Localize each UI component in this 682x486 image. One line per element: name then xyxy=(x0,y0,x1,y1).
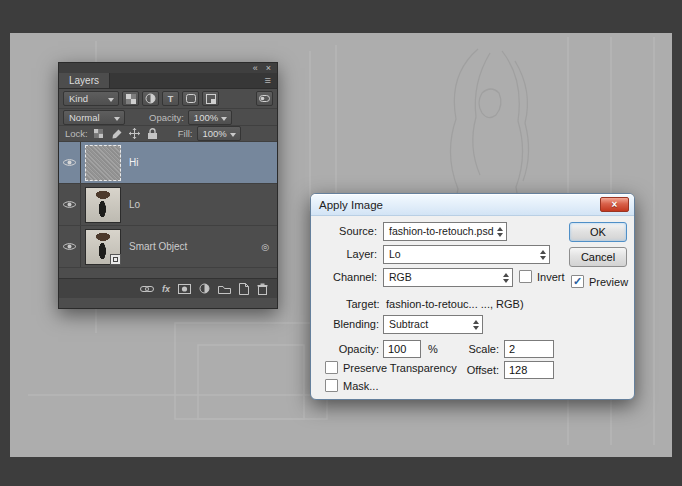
blend-mode-select[interactable]: Normal xyxy=(63,110,125,125)
folder-icon xyxy=(218,284,231,294)
chevron-down-icon xyxy=(221,117,227,121)
layer-name: Hi xyxy=(129,157,138,168)
add-mask-button[interactable] xyxy=(178,284,191,294)
apply-image-dialog: Apply Image × Source: fashion-to-retouch… xyxy=(310,193,635,400)
updown-arrows-icon xyxy=(497,227,503,237)
layer-label: Layer: xyxy=(319,248,377,260)
preview-checkbox[interactable]: ✓ xyxy=(571,275,584,288)
offset-input[interactable] xyxy=(504,361,554,379)
type-icon: T xyxy=(168,94,174,104)
blending-label: Blending: xyxy=(319,318,379,330)
layer-name: Lo xyxy=(129,199,140,210)
lock-position-button[interactable] xyxy=(128,127,142,141)
lock-pixels-button[interactable] xyxy=(110,127,124,141)
layer-select[interactable]: Lo xyxy=(383,245,550,264)
layer-style-button[interactable]: fx xyxy=(162,284,170,294)
fill-select[interactable]: 100% xyxy=(197,126,241,141)
eye-icon xyxy=(62,242,77,251)
visibility-toggle[interactable] xyxy=(59,226,81,267)
preserve-transparency-label: Preserve Transparency xyxy=(343,362,457,374)
layer-row-hi[interactable]: Hi xyxy=(59,142,277,184)
panel-menu-icon[interactable]: ≡ xyxy=(265,74,271,86)
filter-type-button[interactable]: T xyxy=(162,91,179,106)
filter-row: Kind T xyxy=(59,89,277,109)
target-value: fashion-to-retouc... ..., RGB) xyxy=(386,298,524,310)
shape-icon xyxy=(186,94,196,103)
layer-row-smart-object[interactable]: Smart Object ◎ xyxy=(59,226,277,268)
blending-select[interactable]: Subtract xyxy=(383,315,483,334)
check-icon: ✓ xyxy=(573,276,582,287)
filter-kind-label: Kind xyxy=(69,93,88,104)
visibility-toggle[interactable] xyxy=(59,184,81,225)
new-adjustment-button[interactable] xyxy=(199,283,210,294)
cancel-label: Cancel xyxy=(581,251,615,263)
channel-value: RGB xyxy=(389,271,412,283)
dialog-titlebar[interactable]: Apply Image xyxy=(311,194,634,216)
panel-group-bar: « × xyxy=(59,63,277,73)
eye-icon xyxy=(62,200,77,209)
blend-row: Normal Opacity: 100% xyxy=(59,109,277,126)
scale-label: Scale: xyxy=(449,343,499,355)
lock-label: Lock: xyxy=(65,128,88,139)
cancel-button[interactable]: Cancel xyxy=(569,247,627,267)
source-select[interactable]: fashion-to-retouch.psd xyxy=(383,222,507,241)
layer-row-lo[interactable]: Lo xyxy=(59,184,277,226)
channel-select[interactable]: RGB xyxy=(383,268,513,287)
fill-value: 100% xyxy=(203,128,227,139)
link-icon xyxy=(140,285,154,293)
target-label: Target: xyxy=(346,298,380,310)
collapse-panel-icon[interactable]: « xyxy=(253,64,258,72)
filter-pixel-layers-button[interactable] xyxy=(122,91,139,106)
layer-name: Smart Object xyxy=(129,241,187,252)
smart-filters-icon[interactable]: ◎ xyxy=(261,242,269,252)
link-layers-button[interactable] xyxy=(140,285,154,293)
updown-arrows-icon xyxy=(473,320,479,330)
preserve-transparency-checkbox[interactable] xyxy=(325,361,338,374)
filter-kind-select[interactable]: Kind xyxy=(63,91,119,106)
layer-mask-icon xyxy=(178,284,191,294)
delete-layer-button[interactable] xyxy=(257,283,268,295)
filter-shape-button[interactable] xyxy=(182,91,199,106)
layers-panel: « × Layers ≡ Kind T N xyxy=(58,62,278,309)
scale-input[interactable] xyxy=(504,340,554,358)
mask-label: Mask... xyxy=(343,380,378,392)
new-layer-button[interactable] xyxy=(239,283,249,295)
smart-object-badge xyxy=(110,254,121,265)
preview-label: Preview xyxy=(589,276,628,288)
brush-icon xyxy=(112,129,122,139)
filter-smart-object-button[interactable] xyxy=(202,91,219,106)
ok-label: OK xyxy=(590,226,606,238)
dialog-close-button[interactable]: × xyxy=(600,197,629,212)
visibility-toggle[interactable] xyxy=(59,142,81,183)
lock-transparency-button[interactable] xyxy=(92,127,106,141)
chevron-down-icon xyxy=(230,133,236,137)
updown-arrows-icon xyxy=(540,250,546,260)
adjustment-layer-icon xyxy=(199,283,210,294)
invert-checkbox[interactable] xyxy=(519,270,532,283)
ok-button[interactable]: OK xyxy=(569,222,627,242)
smart-object-icon xyxy=(206,94,216,104)
layer-opacity-value: 100% xyxy=(194,112,218,123)
invert-label: Invert xyxy=(537,271,565,283)
trash-icon xyxy=(257,283,268,295)
blending-value: Subtract xyxy=(389,318,428,330)
lock-icon xyxy=(148,128,157,139)
layer-opacity-select[interactable]: 100% xyxy=(188,110,232,125)
layer-list-empty xyxy=(59,268,277,278)
close-panel-icon[interactable]: × xyxy=(266,64,271,72)
offset-label: Offset: xyxy=(449,364,499,376)
panel-tabbar: Layers ≡ xyxy=(59,73,277,89)
blend-mode-value: Normal xyxy=(69,112,100,123)
layer-thumbnail[interactable] xyxy=(85,229,121,265)
layer-thumbnail[interactable] xyxy=(85,187,121,223)
close-icon: × xyxy=(612,198,618,211)
channel-label: Channel: xyxy=(319,271,377,283)
tab-layers[interactable]: Layers xyxy=(59,73,110,88)
filter-adjustment-button[interactable] xyxy=(142,91,159,106)
filter-toggle-button[interactable] xyxy=(256,91,273,106)
mask-checkbox[interactable] xyxy=(325,379,338,392)
layer-thumbnail[interactable] xyxy=(85,145,121,181)
opacity-input[interactable] xyxy=(383,340,421,358)
lock-all-button[interactable] xyxy=(146,127,160,141)
new-group-button[interactable] xyxy=(218,284,231,294)
